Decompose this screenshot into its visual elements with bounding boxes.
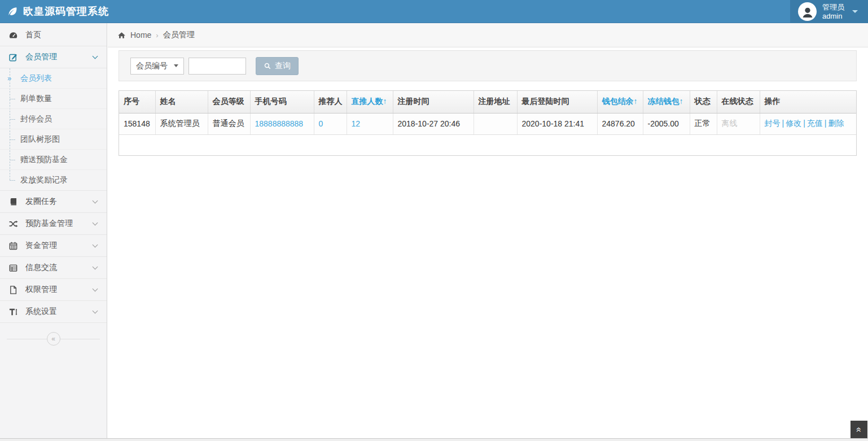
sidebar-item-prevention-fund-management[interactable]: 预防基金管理	[0, 213, 107, 235]
chevron-down-icon	[93, 242, 98, 248]
user-menu[interactable]: 管理员 admin	[790, 0, 868, 23]
user-avatar	[798, 2, 817, 21]
sidebar-item-label: 发圈任务	[25, 197, 57, 207]
sidebar-subitem-banned-members[interactable]: 封停会员	[0, 109, 107, 129]
sidebar-item-label: 首页	[25, 30, 41, 40]
breadcrumb: Home › 会员管理	[108, 23, 868, 47]
col-last-login-time: 最后登陆时间	[517, 91, 597, 113]
referrer-link[interactable]: 0	[319, 119, 323, 128]
cell-online-status: 离线	[717, 113, 760, 134]
book-icon	[8, 197, 18, 207]
sidebar-item-info-exchange[interactable]: 信息交流	[0, 257, 107, 279]
col-actions: 操作	[760, 91, 856, 113]
col-wallet-balance-sort[interactable]: 钱包结余↑	[597, 91, 643, 113]
sidebar-subitem-reward-records[interactable]: 发放奖励记录	[0, 170, 107, 190]
sidebar-submenu-member-management: 会员列表 刷单数量 封停会员 团队树形图 赠送预防基金 发放奖励记录	[0, 68, 107, 191]
sidebar-subitem-label: 团队树形图	[20, 134, 60, 145]
user-role: 管理员	[822, 3, 844, 12]
chevron-down-icon	[93, 220, 98, 226]
action-separator: |	[803, 119, 805, 128]
edit-action-link[interactable]: 修改	[786, 119, 801, 128]
sort-asc-icon: ↑	[680, 97, 683, 106]
back-to-top-button[interactable]: «	[851, 421, 867, 438]
sidebar-item-label: 预防基金管理	[25, 219, 73, 229]
sidebar-item-label: 资金管理	[25, 241, 57, 251]
user-info: 管理员 admin	[822, 3, 844, 20]
sidebar-subitem-member-list[interactable]: 会员列表	[0, 68, 107, 89]
sidebar-item-label: 信息交流	[25, 263, 57, 273]
col-frozen-wallet-sort[interactable]: 冻结钱包↑	[643, 91, 690, 113]
chevron-down-icon	[93, 198, 98, 204]
sort-asc-icon: ↑	[383, 97, 387, 106]
sidebar-subitem-team-tree[interactable]: 团队树形图	[0, 129, 107, 150]
double-angle-up-icon: «	[854, 427, 863, 432]
page-footer	[0, 438, 868, 441]
cell-phone: 18888888888	[250, 113, 314, 134]
shuffle-icon	[8, 219, 18, 229]
top-navbar: 欧皇源码管理系统 管理员 admin	[0, 0, 868, 23]
direct-push-count-link[interactable]: 12	[352, 119, 361, 128]
app-title: 欧皇源码管理系统	[23, 5, 109, 18]
sidebar-subitem-order-count[interactable]: 刷单数量	[0, 89, 107, 109]
breadcrumb-current: 会员管理	[163, 30, 195, 40]
chevron-down-icon	[93, 264, 98, 270]
sidebar-subitem-label: 会员列表	[20, 73, 52, 84]
col-direct-push-count-sort[interactable]: 直推人数↑	[347, 91, 393, 113]
delete-action-link[interactable]: 删除	[828, 119, 844, 128]
sidebar-subitem-label: 发放奖励记录	[20, 175, 68, 185]
sidebar-subitem-label: 赠送预防基金	[20, 155, 68, 165]
breadcrumb-separator: ›	[156, 31, 158, 40]
sidebar-subitem-gift-prevention-fund[interactable]: 赠送预防基金	[0, 150, 107, 170]
text-height-icon	[8, 307, 18, 317]
sidebar-item-label: 会员管理	[25, 52, 57, 62]
cell-frozen-wallet: -2005.00	[643, 113, 690, 134]
search-type-select[interactable]: 会员编号	[130, 58, 184, 75]
search-type-selected: 会员编号	[136, 61, 168, 71]
cell-wallet-balance: 24876.20	[597, 113, 643, 134]
ban-action-link[interactable]: 封号	[765, 119, 781, 128]
breadcrumb-home[interactable]: Home	[130, 30, 151, 40]
col-name: 姓名	[155, 91, 208, 113]
caret-down-icon	[852, 10, 858, 13]
sidebar-item-system-settings[interactable]: 系统设置	[0, 301, 107, 323]
select-caret-icon	[174, 64, 178, 67]
col-seq: 序号	[119, 91, 155, 113]
cell-referrer: 0	[314, 113, 347, 134]
file-icon	[8, 285, 18, 295]
col-status: 状态	[690, 91, 717, 113]
phone-link[interactable]: 18888888888	[255, 119, 304, 128]
table-empty-footer	[119, 135, 856, 155]
col-register-address: 注册地址	[474, 91, 517, 113]
recharge-action-link[interactable]: 充值	[807, 119, 823, 128]
edit-icon	[8, 53, 18, 62]
user-avatar-icon	[801, 5, 814, 19]
sidebar-item-home[interactable]: 首页	[0, 24, 107, 46]
chevron-down-icon	[93, 286, 98, 292]
sort-asc-icon: ↑	[634, 97, 638, 106]
query-button[interactable]: 查询	[256, 57, 299, 75]
search-panel: 会员编号 查询	[119, 50, 857, 81]
col-referrer: 推荐人	[314, 91, 347, 113]
sidebar: 首页 会员管理 会员列表 刷单数量 封停会员 团队树形图 赠送预防基金 发放奖励…	[0, 23, 107, 438]
action-separator: |	[825, 119, 827, 128]
table-row: 158148 系统管理员 普通会员 18888888888 0 12 2018-…	[119, 113, 856, 134]
cell-name: 系统管理员	[155, 113, 208, 134]
col-phone: 手机号码	[250, 91, 314, 113]
calendar-icon	[8, 241, 18, 251]
sidebar-subitem-label: 刷单数量	[20, 94, 52, 104]
sidebar-item-funds-management[interactable]: 资金管理	[0, 235, 107, 257]
query-button-label: 查询	[275, 61, 291, 71]
sidebar-item-member-management[interactable]: 会员管理	[0, 46, 107, 68]
dashboard-icon	[8, 30, 18, 40]
home-icon	[117, 31, 126, 40]
cell-actions: 封号|修改|充值|删除	[760, 113, 856, 134]
double-angle-left-icon: «	[51, 335, 55, 343]
sidebar-item-moments-task[interactable]: 发圈任务	[0, 191, 107, 213]
cell-level: 普通会员	[208, 113, 250, 134]
search-input[interactable]	[188, 58, 246, 75]
sidebar-collapse-button[interactable]: «	[47, 332, 60, 346]
cell-seq: 158148	[119, 113, 155, 134]
sidebar-item-permission-management[interactable]: 权限管理	[0, 279, 107, 301]
cell-direct-push-count: 12	[347, 113, 393, 134]
col-register-time: 注册时间	[393, 91, 474, 113]
